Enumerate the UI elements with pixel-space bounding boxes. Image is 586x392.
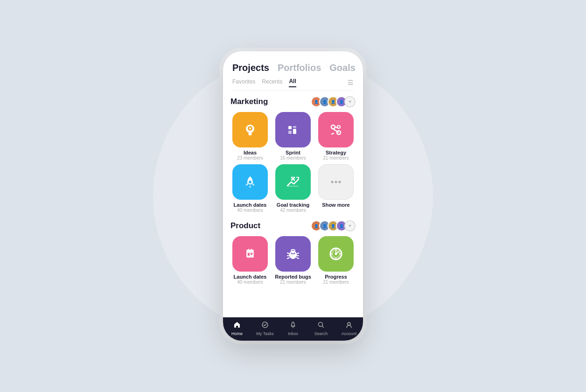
project-goaltracking-name: Goal tracking: [277, 202, 309, 208]
project-goaltracking-members: 42 members: [280, 208, 306, 213]
nav-search[interactable]: Search: [307, 321, 335, 336]
sub-tabs: Favorites Recents All ☰: [232, 78, 354, 91]
list-view-icon[interactable]: ☰: [348, 79, 354, 86]
svg-line-39: [297, 258, 299, 259]
check-circle-icon: [261, 321, 269, 330]
add-member-product[interactable]: +: [344, 220, 356, 231]
marketing-avatars: 👤 👤 👤 👤 +: [311, 96, 356, 107]
project-sprint-members: 16 members: [280, 155, 306, 161]
svg-point-29: [289, 251, 297, 259]
tab-goals[interactable]: Goals: [329, 63, 356, 73]
svg-rect-9: [293, 129, 296, 134]
project-strategy-members: 21 members: [323, 155, 349, 161]
nav-inbox[interactable]: Inbox: [279, 321, 307, 336]
svg-rect-24: [248, 253, 250, 256]
project-sprint[interactable]: Sprint 16 members: [273, 112, 313, 161]
sub-tab-favorites[interactable]: Favorites: [232, 78, 255, 87]
project-launch-marketing-members: 40 members: [237, 208, 263, 213]
project-strategy-name: Strategy: [326, 150, 346, 155]
nav-home[interactable]: Home: [223, 321, 251, 336]
svg-point-51: [348, 322, 350, 325]
project-bugs-name: Reported bugs: [275, 274, 311, 280]
tab-portfolios[interactable]: Portfolios: [278, 63, 321, 73]
project-launch-product-name: Launch dates: [234, 274, 267, 280]
svg-point-16: [249, 181, 251, 183]
nav-tasks[interactable]: My Tasks: [251, 321, 279, 336]
project-goaltracking[interactable]: Goal tracking 42 members: [273, 164, 313, 213]
svg-point-14: [337, 126, 340, 128]
nav-account-label: Account: [342, 331, 357, 336]
svg-point-4: [249, 127, 251, 129]
svg-rect-6: [288, 126, 292, 129]
svg-rect-28: [251, 249, 252, 251]
tab-projects[interactable]: Projects: [232, 63, 269, 73]
search-icon: [317, 321, 325, 330]
svg-point-22: [339, 181, 341, 183]
bottom-nav: Home My Tasks Inbox: [223, 317, 363, 341]
svg-rect-23: [246, 251, 254, 258]
svg-rect-26: [246, 250, 254, 252]
project-launch-marketing[interactable]: Launch dates 40 members: [230, 164, 270, 213]
product-avatars: 👤 👤 👤 👤 +: [311, 220, 356, 231]
section-product: Product 👤 👤 👤 👤 +: [230, 220, 356, 285]
svg-rect-18: [287, 186, 299, 187]
svg-rect-25: [251, 253, 252, 255]
project-ideas-name: Ideas: [244, 150, 257, 155]
project-launch-product[interactable]: Launch dates 40 members: [230, 236, 270, 285]
nav-search-label: Search: [314, 331, 328, 336]
project-showmore[interactable]: Show more: [316, 164, 356, 213]
header: Projects Portfolios Goals Favorites Rece…: [223, 51, 363, 91]
svg-point-20: [331, 181, 334, 183]
nav-account[interactable]: Account: [335, 321, 363, 336]
svg-rect-5: [250, 125, 251, 126]
nav-inbox-label: Inbox: [288, 331, 298, 336]
project-strategy[interactable]: Strategy 21 members: [316, 112, 356, 161]
svg-point-17: [249, 186, 251, 188]
section-header-product: Product 👤 👤 👤 👤 +: [230, 220, 356, 231]
svg-point-31: [293, 251, 295, 253]
project-progress-members: 21 members: [323, 280, 349, 285]
sub-tab-all[interactable]: All: [289, 78, 296, 87]
section-header-marketing: Marketing 👤 👤 👤 👤 +: [230, 96, 356, 107]
svg-rect-27: [248, 249, 249, 251]
marketing-grid: Ideas 23 members Sprint 16 members: [230, 112, 356, 213]
main-tabs: Projects Portfolios Goals: [232, 63, 354, 73]
project-launch-marketing-name: Launch dates: [234, 202, 267, 208]
svg-line-34: [287, 253, 289, 254]
svg-rect-2: [249, 134, 251, 135]
svg-rect-8: [293, 126, 296, 128]
svg-line-15: [331, 133, 334, 134]
bell-icon: [289, 321, 297, 330]
project-bugs[interactable]: Reported bugs 21 members: [273, 236, 313, 285]
user-icon: [345, 321, 353, 330]
nav-home-label: Home: [231, 331, 243, 336]
svg-point-30: [291, 251, 293, 253]
svg-rect-7: [288, 131, 292, 134]
svg-point-33: [294, 253, 295, 254]
project-bugs-members: 21 members: [280, 280, 306, 285]
project-launch-product-members: 40 members: [237, 280, 263, 285]
product-grid: Launch dates 40 members: [230, 236, 356, 285]
svg-line-37: [297, 253, 299, 254]
project-sprint-name: Sprint: [286, 150, 300, 155]
section-marketing: Marketing 👤 👤 👤 👤 +: [230, 96, 356, 213]
home-icon: [233, 321, 241, 330]
project-ideas-members: 23 members: [237, 155, 263, 161]
section-title-product: Product: [230, 221, 260, 231]
project-showmore-name: Show more: [322, 202, 349, 208]
add-member-marketing[interactable]: +: [344, 96, 356, 107]
svg-point-32: [291, 253, 293, 254]
project-ideas[interactable]: Ideas 23 members: [230, 112, 270, 161]
svg-line-36: [287, 258, 289, 259]
svg-point-21: [335, 181, 337, 183]
phone-frame: Projects Portfolios Goals Favorites Rece…: [223, 51, 363, 341]
svg-rect-1: [248, 133, 252, 134]
project-progress-name: Progress: [325, 274, 347, 280]
content-area: Marketing 👤 👤 👤 👤 +: [223, 91, 363, 317]
sub-tab-recents[interactable]: Recents: [262, 78, 282, 87]
section-title-marketing: Marketing: [230, 97, 268, 106]
project-progress[interactable]: Progress 21 members: [316, 236, 356, 285]
nav-tasks-label: My Tasks: [256, 331, 273, 336]
